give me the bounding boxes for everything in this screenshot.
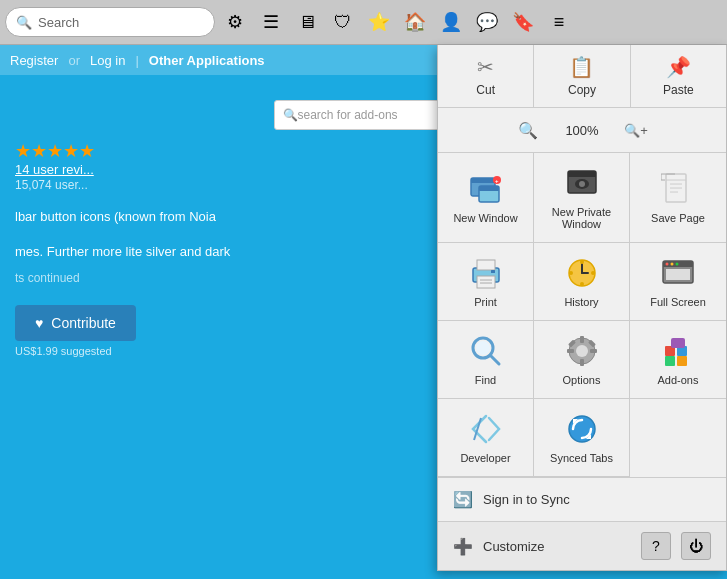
help-icon: ? (652, 538, 660, 554)
full-screen-icon (660, 255, 696, 291)
save-page-label: Save Page (651, 212, 705, 224)
new-private-window-label: New Private Window (542, 206, 621, 230)
svg-rect-7 (568, 171, 596, 177)
toolbar-menu-icon[interactable]: ≡ (543, 6, 575, 38)
developer-item[interactable]: Developer (438, 399, 534, 477)
toolbar-shield-icon[interactable]: 🛡 (327, 6, 359, 38)
svg-rect-40 (580, 336, 584, 343)
addon-search-box[interactable]: 🔍 search for add-ons (274, 100, 454, 130)
options-icon (564, 333, 600, 369)
print-item[interactable]: Print (438, 243, 534, 321)
find-icon (468, 333, 504, 369)
paste-label: Paste (663, 83, 694, 97)
contribute-label: Contribute (51, 315, 116, 331)
svg-rect-16 (477, 260, 495, 270)
nav-separator: | (135, 53, 138, 68)
login-link[interactable]: Log in (90, 53, 125, 68)
paste-button[interactable]: 📌 Paste (631, 45, 726, 107)
toolbar: 🔍 Search ⚙ ☰ 🖥 🛡 ⭐ 🏠 👤 💬 🔖 ≡ (0, 0, 727, 45)
addon-search-placeholder: search for add-ons (298, 108, 398, 122)
cut-label: Cut (476, 83, 495, 97)
svg-line-37 (490, 355, 499, 364)
cut-button[interactable]: ✂ Cut (438, 45, 534, 107)
svg-point-25 (580, 260, 584, 264)
svg-rect-50 (671, 338, 685, 348)
find-item[interactable]: Find (438, 321, 534, 399)
contribute-button[interactable]: ♥ Contribute (15, 305, 136, 341)
new-private-window-item[interactable]: New Private Window (534, 153, 630, 243)
power-icon: ⏻ (689, 538, 703, 554)
copy-label: Copy (568, 83, 596, 97)
full-screen-label: Full Screen (650, 296, 706, 308)
svg-point-26 (580, 282, 584, 286)
history-label: History (564, 296, 598, 308)
addon-search-icon: 🔍 (283, 108, 298, 122)
svg-point-33 (676, 263, 679, 266)
customize-row: ➕ Customize ? ⏻ (438, 522, 726, 570)
zoom-level: 100% (562, 123, 602, 138)
toolbar-pocket-icon[interactable]: 🔖 (507, 6, 539, 38)
new-window-label: New Window (453, 212, 517, 224)
print-label: Print (474, 296, 497, 308)
toolbar-bubble-icon[interactable]: 💬 (471, 6, 503, 38)
synced-tabs-label: Synced Tabs (550, 452, 613, 464)
svg-rect-1 (471, 178, 495, 183)
svg-rect-20 (491, 270, 495, 273)
svg-rect-34 (666, 269, 690, 280)
search-label: Search (38, 15, 79, 30)
svg-rect-41 (580, 359, 584, 366)
addons-item[interactable]: Add-ons (630, 321, 726, 399)
toolbar-person-icon[interactable]: 👤 (435, 6, 467, 38)
heart-icon: ♥ (35, 315, 43, 331)
sign-in-row[interactable]: 🔄 Sign in to Sync (438, 478, 726, 522)
other-apps-label: Other Applications (149, 53, 265, 68)
toolbar-list-icon[interactable]: ☰ (255, 6, 287, 38)
toolbar-gear-icon[interactable]: ⚙ (219, 6, 251, 38)
nav-or: or (68, 53, 80, 68)
svg-point-39 (576, 345, 588, 357)
svg-point-36 (476, 341, 490, 355)
zoom-out-button[interactable]: 🔍 (514, 116, 542, 144)
options-label: Options (563, 374, 601, 386)
svg-rect-48 (665, 356, 675, 366)
svg-point-32 (671, 263, 674, 266)
register-link[interactable]: Register (10, 53, 58, 68)
help-button[interactable]: ? (641, 532, 671, 560)
power-button[interactable]: ⏻ (681, 532, 711, 560)
save-page-item[interactable]: Save Page (630, 153, 726, 243)
user-count: 15,074 user... (15, 178, 88, 192)
history-item[interactable]: History (534, 243, 630, 321)
synced-tabs-icon (564, 411, 600, 447)
zoom-row: 🔍 100% 🔍+ (438, 108, 726, 153)
developer-icon (468, 411, 504, 447)
customize-label[interactable]: Customize (483, 539, 631, 554)
options-item[interactable]: Options (534, 321, 630, 399)
synced-tabs-item[interactable]: Synced Tabs (534, 399, 630, 477)
svg-point-28 (591, 271, 595, 275)
history-icon (564, 255, 600, 291)
zoom-plus-icon: 🔍+ (624, 123, 648, 138)
zoom-minus-icon: 🔍 (518, 121, 538, 140)
toolbar-screen-icon[interactable]: 🖥 (291, 6, 323, 38)
toolbar-home-icon[interactable]: 🏠 (399, 6, 431, 38)
customize-plus-icon: ➕ (453, 537, 473, 556)
svg-rect-17 (477, 276, 495, 288)
full-screen-item[interactable]: Full Screen (630, 243, 726, 321)
svg-text:+: + (495, 178, 499, 184)
svg-point-31 (666, 263, 669, 266)
sign-in-icon: 🔄 (453, 490, 473, 509)
dropdown-menu: ✂ Cut 📋 Copy 📌 Paste 🔍 100% 🔍+ (437, 45, 727, 571)
new-window-item[interactable]: + New Window (438, 153, 534, 243)
search-icon: 🔍 (16, 15, 32, 30)
toolbar-star-icon[interactable]: ⭐ (363, 6, 395, 38)
private-window-icon (564, 165, 600, 201)
find-label: Find (475, 374, 496, 386)
search-box[interactable]: 🔍 Search (5, 7, 215, 37)
copy-button[interactable]: 📋 Copy (534, 45, 630, 107)
cut-icon: ✂ (477, 55, 494, 79)
print-icon (468, 255, 504, 291)
zoom-in-button[interactable]: 🔍+ (622, 116, 650, 144)
new-window-icon: + (468, 171, 504, 207)
svg-point-27 (569, 271, 573, 275)
addons-label: Add-ons (658, 374, 699, 386)
